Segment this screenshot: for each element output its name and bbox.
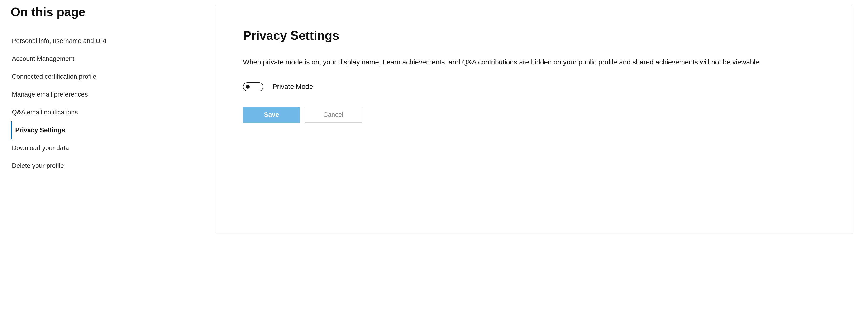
sidebar: On this page Personal info, username and…: [11, 5, 206, 233]
nav-item-account-management[interactable]: Account Management: [11, 50, 206, 68]
page-title: Privacy Settings: [243, 28, 826, 42]
nav-list: Personal info, username and URL Account …: [11, 32, 206, 175]
cancel-button[interactable]: Cancel: [305, 107, 362, 123]
privacy-description: When private mode is on, your display na…: [243, 57, 789, 67]
nav-item-personal-info[interactable]: Personal info, username and URL: [11, 32, 206, 50]
nav-item-privacy-settings[interactable]: Privacy Settings: [11, 121, 206, 139]
privacy-settings-card: Privacy Settings When private mode is on…: [216, 5, 853, 233]
nav-item-connected-certification[interactable]: Connected certification profile: [11, 68, 206, 86]
toggle-knob-icon: [246, 85, 250, 89]
main-panel: Privacy Settings When private mode is on…: [216, 5, 853, 233]
nav-item-qa-email-notifications[interactable]: Q&A email notifications: [11, 104, 206, 121]
nav-item-delete-profile[interactable]: Delete your profile: [11, 157, 206, 175]
nav-item-email-preferences[interactable]: Manage email preferences: [11, 86, 206, 104]
private-mode-row: Private Mode: [243, 82, 826, 91]
button-row: Save Cancel: [243, 107, 826, 123]
private-mode-label: Private Mode: [273, 83, 313, 91]
private-mode-toggle[interactable]: [243, 82, 264, 91]
sidebar-heading: On this page: [11, 5, 206, 19]
nav-item-download-data[interactable]: Download your data: [11, 139, 206, 157]
save-button[interactable]: Save: [243, 107, 300, 123]
